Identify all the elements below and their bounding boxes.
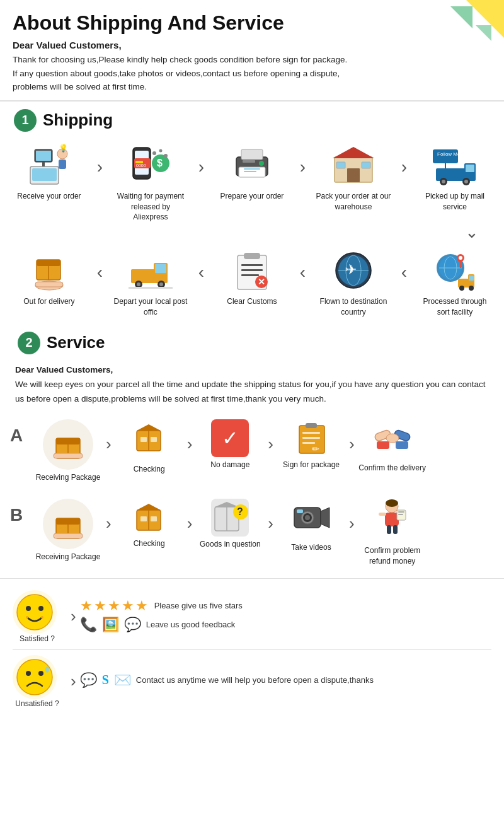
- svg-rect-29: [362, 162, 370, 168]
- svg-rect-104: [140, 516, 147, 521]
- shipping-step-8: ✕ Clear Customs: [214, 248, 290, 307]
- svg-rect-55: [241, 264, 263, 266]
- satisfaction-section: Satisfied ? › ★★★★★ Please give us five …: [0, 584, 504, 721]
- divider-2: [13, 649, 491, 650]
- arrow-3: ›: [300, 157, 306, 177]
- svg-point-75: [459, 286, 464, 291]
- feedback-icons: 📞 🖼️ 💬: [80, 617, 141, 633]
- svg-rect-96: [396, 441, 408, 449]
- shipping-step-7: Depart your local post offic: [113, 248, 188, 318]
- service-a-label-5: Confirm the delivery: [358, 463, 426, 473]
- shipping-step-1: 💡 Receive your order: [11, 143, 87, 202]
- svg-point-37: [442, 180, 445, 183]
- service-b-step-3: ? Goods in question: [192, 499, 268, 550]
- svg-point-51: [159, 282, 163, 286]
- service-b-step-1: Receiving Package: [30, 499, 106, 562]
- service-a-label-3: No damage: [210, 460, 249, 470]
- shipping-label-4: Pack your order at our warehouse: [316, 191, 391, 212]
- header-line1: Thank for choosing us,Please kindly help…: [13, 53, 491, 67]
- confirm-delivery-icon: [374, 419, 411, 460]
- svg-point-134: [38, 671, 43, 676]
- svg-rect-6: [59, 160, 66, 169]
- svg-point-135: [45, 666, 49, 673]
- service-items-a: Receiving Package › Checking › ✓: [30, 419, 494, 483]
- svg-rect-85: [151, 437, 157, 442]
- shipping-step-10: Processed through sort facility: [417, 248, 493, 318]
- service-b-label-5: Confirm problem refund money: [355, 545, 430, 567]
- shipping-step-5: Follow Me Picked up by mail service: [417, 143, 493, 212]
- svg-text:?: ?: [237, 506, 243, 517]
- service-b-label-3: Goods in question: [200, 539, 261, 550]
- shipping-step-2: 0000 $ Waiting for payment released by A…: [113, 143, 188, 223]
- shipping-step-4: Pack your order at our warehouse: [316, 143, 391, 212]
- down-arrow-icon: ⌄: [465, 223, 479, 242]
- svg-point-130: [26, 616, 28, 619]
- service-title: 2 Service: [10, 324, 494, 359]
- header-line2: If any question about goods,take photos …: [13, 67, 491, 81]
- svg-point-76: [469, 286, 474, 291]
- service-greeting-text: Dear Valued Customers,: [15, 365, 113, 375]
- contact-line: 💬 S ✉️ Contact us anytime we will help y…: [80, 672, 491, 688]
- printer-icon: [227, 143, 277, 187]
- svg-rect-52: [129, 287, 173, 289]
- svg-rect-4: [42, 162, 45, 166]
- shipping-label-3: Prepare your order: [220, 191, 284, 202]
- unsatisfied-row: Unsatisfied ? › 💬 S ✉️ Contact us anytim…: [13, 655, 491, 708]
- svg-rect-27: [347, 168, 360, 182]
- svg-text:💡: 💡: [59, 144, 68, 153]
- svg-rect-47: [155, 264, 166, 273]
- payment-icon: 0000 $: [125, 143, 176, 187]
- arrow-8: ‹: [300, 262, 306, 282]
- receiving-package-b-icon: [43, 499, 93, 549]
- shipping-step-9: ✈ Flown to destination country: [316, 248, 391, 318]
- service-arrow-b2: ›: [187, 514, 193, 533]
- delivery-truck-icon: [125, 248, 176, 293]
- svg-rect-35: [466, 165, 474, 172]
- satisfied-label: Satisfied ?: [18, 634, 56, 643]
- shipping-number: 1: [14, 109, 37, 132]
- service-b-label-4: Take videos: [291, 542, 331, 553]
- service-a-step-1: Receiving Package: [30, 419, 106, 483]
- svg-rect-89: [302, 437, 320, 439]
- shipping-label-9: Flown to destination country: [316, 296, 391, 318]
- feedback-label: Leave us good feedback: [146, 620, 236, 629]
- svg-rect-28: [336, 162, 345, 168]
- svg-rect-57: [241, 274, 259, 276]
- service-greeting: Dear Valued Customers, We will keep eyes…: [10, 359, 494, 414]
- checking-a-icon: [132, 419, 166, 462]
- svg-point-127: [17, 595, 52, 630]
- satisfied-face-icon: [13, 590, 57, 634]
- svg-marker-82: [137, 424, 161, 431]
- svg-text:0000: 0000: [136, 163, 146, 168]
- service-b-step-5: Confirm problem refund money: [355, 499, 430, 567]
- svg-rect-123: [398, 511, 404, 513]
- service-arrow-a3: ›: [268, 434, 273, 454]
- header-decoration: [428, 0, 504, 50]
- checking-b-icon: [132, 499, 166, 536]
- svg-rect-22: [244, 171, 256, 172]
- chat-icon: 💬: [124, 617, 141, 633]
- down-arrow-container: ⌄: [6, 223, 498, 242]
- svg-point-114: [305, 515, 310, 520]
- svg-text:Follow Me: Follow Me: [437, 151, 461, 157]
- service-description: We will keep eyes on your parcel all the…: [15, 380, 485, 404]
- unsatisfied-face-icon: [13, 655, 57, 699]
- service-a-label-1: Receiving Package: [36, 472, 101, 483]
- service-arrow-a1: ›: [106, 434, 112, 454]
- shipping-label-2: Waiting for payment released by Aliexpre…: [113, 191, 188, 223]
- service-a-step-4: ✏ Sign for package: [273, 419, 349, 470]
- svg-text:$: $: [157, 158, 163, 168]
- service-title-text: Service: [47, 333, 105, 352]
- svg-rect-87: [306, 423, 317, 428]
- contact-label: Contact us anytime we will help you befo…: [136, 675, 374, 685]
- receiving-package-a-icon: [43, 419, 93, 470]
- stars-label: Please give us five stars: [154, 601, 243, 610]
- service-number: 2: [18, 332, 40, 354]
- satisfied-arrow: ›: [71, 607, 76, 626]
- page-title: About Shipping And Service: [13, 11, 491, 35]
- svg-rect-45: [131, 269, 158, 283]
- skype-icon: S: [102, 673, 109, 687]
- unsatisfied-label: Unsatisfied ?: [15, 699, 59, 708]
- satisfied-content: ★★★★★ Please give us five stars 📞 🖼️ 💬 L…: [80, 598, 491, 636]
- arrow-2: ›: [198, 157, 204, 177]
